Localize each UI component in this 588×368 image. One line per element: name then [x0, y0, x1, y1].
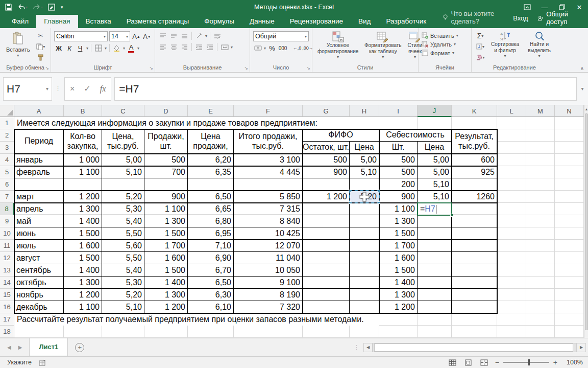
cell-H12[interactable] — [350, 252, 379, 264]
share-button[interactable]: Общий доступ — [537, 10, 581, 26]
cell-D7[interactable]: 900 — [144, 191, 188, 203]
cell-K16[interactable] — [452, 301, 497, 313]
ribbon-tab-1[interactable]: Главная — [36, 15, 78, 28]
cell-I12[interactable]: 1 600 — [379, 252, 418, 264]
cell-D11[interactable]: 1 700 — [144, 240, 188, 252]
cell-F11[interactable]: 12 070 — [234, 240, 303, 252]
row-header-7[interactable]: 7 — [0, 191, 14, 203]
cell-B13[interactable]: 1 400 — [64, 264, 102, 277]
page-layout-view-icon[interactable] — [464, 359, 472, 366]
cell-J9[interactable] — [418, 215, 452, 227]
column-header-K[interactable]: K — [452, 105, 497, 117]
cell-I17[interactable] — [379, 313, 418, 326]
macro-record-icon[interactable] — [39, 359, 46, 366]
cell-E11[interactable]: 7,10 — [188, 240, 234, 252]
row-header-10[interactable]: 10 — [0, 227, 14, 240]
decrease-decimal-icon[interactable]: ,00→ — [303, 43, 312, 53]
cell-L5[interactable] — [497, 166, 526, 178]
cell-F12[interactable]: 11 040 — [234, 252, 303, 264]
format-painter-icon[interactable] — [35, 53, 46, 62]
cell-H5[interactable]: 5,10 — [350, 166, 379, 178]
cell-L10[interactable] — [497, 227, 526, 240]
cell-I10[interactable]: 1 500 — [379, 227, 418, 240]
row-header-18[interactable]: 18 — [0, 326, 14, 338]
cell-G14[interactable] — [303, 277, 350, 289]
merge-center-icon[interactable] — [220, 42, 229, 52]
cell-K6[interactable] — [452, 178, 497, 191]
cell-L11[interactable] — [497, 240, 526, 252]
borders-icon[interactable] — [94, 43, 103, 53]
cell-N18[interactable] — [555, 326, 584, 338]
save-icon[interactable] — [5, 4, 12, 11]
cell-B5[interactable]: 1 100 — [64, 166, 102, 178]
cell-E7[interactable]: 6,50 — [188, 191, 234, 203]
cell-E16[interactable]: 6,10 — [188, 301, 234, 313]
horizontal-scroll-track[interactable] — [373, 343, 577, 352]
cell-H18[interactable] — [350, 326, 379, 338]
select-all-corner[interactable] — [0, 105, 14, 117]
cell-A12[interactable]: август — [14, 252, 64, 264]
cell-L13[interactable] — [497, 264, 526, 277]
header-group-Себестоимость[interactable]: Себестоимость — [379, 129, 452, 142]
cell-A18[interactable] — [14, 326, 64, 338]
cell-G5[interactable]: 900 — [303, 166, 350, 178]
header-cell-D2[interactable]: Продажи, шт. — [144, 129, 188, 154]
cell-E18[interactable] — [188, 326, 234, 338]
cell-A16[interactable]: декабрь — [14, 301, 64, 313]
column-header-L[interactable]: L — [497, 105, 526, 117]
cell-K14[interactable] — [452, 277, 497, 289]
cell-C16[interactable]: 5,10 — [102, 301, 144, 313]
cell-J17[interactable] — [418, 313, 452, 326]
header-cell-G3[interactable]: Остаток, шт. — [303, 142, 350, 154]
row-header-14[interactable]: 14 — [0, 277, 14, 289]
cell-F13[interactable]: 10 050 — [234, 264, 303, 277]
cell-C15[interactable]: 5,20 — [102, 289, 144, 301]
row-header-11[interactable]: 11 — [0, 240, 14, 252]
delete-cells-button[interactable]: Удалить▾ — [422, 41, 458, 48]
sheet-tab-active[interactable]: Лист1 — [29, 338, 68, 357]
cell-A9[interactable]: май — [14, 215, 64, 227]
cell-G18[interactable] — [303, 326, 350, 338]
accounting-format-icon[interactable] — [253, 43, 262, 53]
cell-C5[interactable]: 5,10 — [102, 166, 144, 178]
cell-M5[interactable] — [526, 166, 555, 178]
zoom-slider-thumb[interactable] — [528, 359, 530, 365]
cell-G15[interactable] — [303, 289, 350, 301]
row-header-4[interactable]: 4 — [0, 154, 14, 166]
cell-M14[interactable] — [526, 277, 555, 289]
ribbon-tab-5[interactable]: Данные — [242, 15, 282, 28]
ribbon-tab-4[interactable]: Формулы — [197, 15, 242, 28]
cell-E10[interactable]: 6,95 — [188, 227, 234, 240]
cell-M4[interactable] — [526, 154, 555, 166]
cell-J4[interactable]: 5,00 — [418, 154, 452, 166]
cell-M3[interactable] — [526, 142, 555, 154]
cell-D15[interactable]: 1 300 — [144, 289, 188, 301]
cell-G13[interactable] — [303, 264, 350, 277]
cell-C8[interactable]: 5,30 — [102, 203, 144, 215]
header-cell-K2[interactable]: Результат, тыс.руб. — [452, 129, 497, 154]
cell-H14[interactable] — [350, 277, 379, 289]
cell-K12[interactable] — [452, 252, 497, 264]
touch-mode-icon[interactable] — [48, 4, 56, 11]
column-header-D[interactable]: D — [144, 105, 188, 117]
cell-N16[interactable] — [555, 301, 584, 313]
cell-M9[interactable] — [526, 215, 555, 227]
cell-B4[interactable]: 1 000 — [64, 154, 102, 166]
format-as-table-button[interactable]: Форматировать как таблицу▾ — [362, 30, 404, 63]
cell-A6[interactable] — [14, 178, 64, 191]
cell-A14[interactable]: октябрь — [14, 277, 64, 289]
cell-N7[interactable] — [555, 191, 584, 203]
cell-M12[interactable] — [526, 252, 555, 264]
cell-D8[interactable]: 1 100 — [144, 203, 188, 215]
cell-F16[interactable]: 7 320 — [234, 301, 303, 313]
cell-L7[interactable] — [497, 191, 526, 203]
cell-G9[interactable] — [303, 215, 350, 227]
name-box-dropdown-icon[interactable]: ▾ — [46, 86, 48, 91]
column-header-C[interactable]: C — [102, 105, 144, 117]
align-center-icon[interactable] — [169, 42, 178, 52]
header-group-ФИФО[interactable]: ФИФО — [303, 129, 379, 142]
cell-A5[interactable]: февраль — [14, 166, 64, 178]
cell-K13[interactable] — [452, 264, 497, 277]
align-right-icon[interactable] — [180, 42, 189, 52]
cell-J14[interactable] — [418, 277, 452, 289]
